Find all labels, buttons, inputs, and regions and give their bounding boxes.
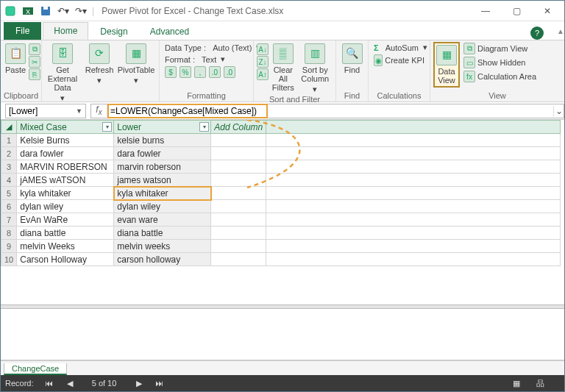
column-header-mixed[interactable]: Mixed Case▾ (17, 121, 114, 134)
format-combo[interactable]: Format : Text ▾ (163, 54, 250, 65)
clear-sort-icon[interactable]: A↕ (257, 68, 269, 80)
cell-empty[interactable] (211, 134, 266, 147)
find-button[interactable]: 🔍 Find (339, 42, 365, 76)
formula-input[interactable]: =LOWER(ChangeCase[Mixed Case]) (107, 106, 260, 116)
cell-lower[interactable]: dara fowler (114, 147, 211, 160)
save-icon[interactable] (38, 3, 54, 19)
data-view-icon: ▦ (436, 45, 457, 65)
select-all-corner[interactable]: ◢ (1, 121, 17, 134)
paste-append-icon[interactable]: ⎘ (29, 68, 40, 80)
grid-scroll[interactable]: ◢ Mixed Case▾ Lower▾ Add Column 1Kelsie … (1, 120, 564, 304)
next-record-icon[interactable]: ▶ (131, 377, 147, 389)
row-header[interactable]: 9 (1, 240, 17, 253)
column-header-lower[interactable]: Lower▾ (114, 121, 211, 134)
cell-empty[interactable] (211, 174, 266, 187)
cell-mixed[interactable]: kyla whitaker (17, 187, 114, 200)
cell-mixed[interactable]: melvin Weeks (17, 240, 114, 253)
tab-home[interactable]: Home (43, 22, 88, 40)
cell-lower[interactable]: dylan wiley (114, 200, 211, 213)
create-kpi-button[interactable]: ◉Create KPI (372, 54, 427, 67)
cell-mixed[interactable]: Kelsie Burns (17, 134, 114, 147)
refresh-button[interactable]: ⟳ Refresh▾ (82, 42, 117, 86)
calc-area-button[interactable]: fxCalculation Area (461, 70, 542, 83)
filter-dropdown-icon[interactable]: ▾ (102, 122, 112, 132)
cut-icon[interactable]: ✂ (29, 56, 40, 68)
view-diagram-icon[interactable]: 品 (532, 377, 548, 389)
increase-decimal-icon[interactable]: .0 (209, 66, 221, 78)
fx-icon[interactable]: fx (91, 104, 107, 116)
get-external-data-button[interactable]: 🗄 Get External Data▾ (45, 42, 80, 104)
maximize-button[interactable]: ▢ (501, 2, 532, 20)
copy-icon[interactable]: ⧉ (29, 43, 40, 55)
sort-desc-icon[interactable]: Z↓ (257, 56, 269, 68)
sort-asc-icon[interactable]: A↓ (257, 43, 269, 55)
cell-lower[interactable]: marvin roberson (114, 160, 211, 174)
row-header[interactable]: 7 (1, 213, 17, 227)
cell-empty[interactable] (211, 213, 266, 227)
cell-empty[interactable] (211, 200, 266, 213)
undo-icon[interactable]: ↶▾ (55, 3, 71, 19)
tab-advanced[interactable]: Advanced (140, 24, 199, 40)
cell-mixed[interactable]: EvAn WaRe (17, 213, 114, 227)
close-button[interactable]: ✕ (532, 2, 563, 20)
cell-lower[interactable]: james watson (114, 174, 211, 187)
prev-record-icon[interactable]: ◀ (62, 377, 78, 389)
sheet-tab[interactable]: ChangeCase (4, 363, 67, 375)
currency-icon[interactable]: $ (165, 66, 177, 78)
cell-lower[interactable]: kelsie burns (114, 134, 211, 147)
filter-dropdown-icon[interactable]: ▾ (199, 122, 209, 132)
column-header-add[interactable]: Add Column (211, 121, 266, 134)
view-normal-icon[interactable]: ▦ (508, 377, 525, 389)
row-header[interactable]: 1 (1, 134, 17, 147)
cell-empty[interactable] (211, 187, 266, 200)
pivottable-button[interactable]: ▦ PivotTable▾ (118, 42, 154, 86)
cell-empty[interactable] (211, 160, 266, 174)
status-bar: Record: ⏮ ◀ 5 of 10 ▶ ⏭ ▦ 品 (1, 375, 564, 391)
collapse-ribbon-icon[interactable]: ▲ (557, 27, 564, 35)
show-hidden-button[interactable]: ▭Show Hidden (461, 56, 542, 69)
row-header[interactable]: 8 (1, 227, 17, 240)
clear-filters-button[interactable]: ▒ Clear All Filters (270, 42, 296, 93)
cell-empty[interactable] (211, 147, 266, 160)
percent-icon[interactable]: % (180, 66, 191, 78)
row-header[interactable]: 2 (1, 147, 17, 160)
diagram-view-button[interactable]: ⧉Diagram View (461, 42, 542, 55)
cell-lower[interactable]: kyla whitaker (114, 187, 211, 200)
cell-mixed[interactable]: dara fowler (17, 147, 114, 160)
row-header[interactable]: 6 (1, 200, 17, 213)
cell-empty[interactable] (211, 240, 266, 253)
comma-icon[interactable]: , (194, 66, 206, 78)
help-icon[interactable]: ? (530, 26, 544, 40)
cell-lower[interactable]: melvin weeks (114, 240, 211, 253)
chevron-down-icon[interactable]: ▼ (76, 107, 82, 115)
cell-lower[interactable]: diana battle (114, 227, 211, 240)
row-header[interactable]: 4 (1, 174, 17, 187)
row-header[interactable]: 3 (1, 160, 17, 174)
cell-empty[interactable] (211, 227, 266, 240)
cell-mixed[interactable]: diana battle (17, 227, 114, 240)
cell-lower[interactable]: carson holloway (114, 253, 211, 266)
redo-icon[interactable]: ↷▾ (73, 3, 89, 19)
data-view-button[interactable]: ▦ Data View (433, 42, 460, 88)
autosum-button[interactable]: Σ AutoSum ▾ (372, 42, 427, 53)
cell-lower[interactable]: evan ware (114, 213, 211, 227)
cell-mixed[interactable]: MARVIN ROBERSON (17, 160, 114, 174)
name-box[interactable]: [Lower] ▼ (5, 104, 86, 118)
sort-by-column-button[interactable]: ▥ Sort by Column▾ (298, 42, 333, 95)
tab-design[interactable]: Design (90, 24, 138, 40)
datatype-combo[interactable]: Data Type : Auto (Text) ▾ (163, 42, 250, 53)
cell-mixed[interactable]: jAMES wATSON (17, 174, 114, 187)
cell-mixed[interactable]: dylan wiley (17, 200, 114, 213)
row-header[interactable]: 10 (1, 253, 17, 266)
minimize-button[interactable]: — (470, 2, 501, 20)
last-record-icon[interactable]: ⏭ (152, 377, 168, 389)
row-header[interactable]: 5 (1, 187, 17, 200)
formula-expand-icon[interactable]: ⌄ (553, 106, 564, 116)
paste-button[interactable]: 📋 Paste (4, 42, 27, 76)
cell-empty[interactable] (211, 253, 266, 266)
measure-grid[interactable] (1, 309, 564, 360)
first-record-icon[interactable]: ⏮ (41, 377, 57, 389)
tab-file[interactable]: File (4, 22, 41, 40)
decrease-decimal-icon[interactable]: .0 (224, 66, 235, 78)
cell-mixed[interactable]: Carson Holloway (17, 253, 114, 266)
